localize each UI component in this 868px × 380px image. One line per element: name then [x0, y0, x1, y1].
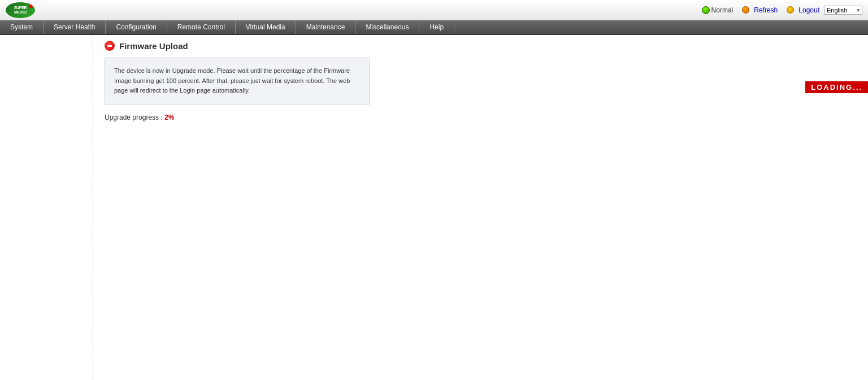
upgrade-progress-value: 2% — [164, 113, 174, 121]
supermicro-logo: SUPERMICRO — [6, 2, 35, 18]
loading-text: LOADING... — [811, 83, 862, 91]
nav-item-miscellaneous[interactable]: Miscellaneous — [355, 20, 419, 34]
upgrade-progress-label: Upgrade progress : — [105, 113, 164, 121]
status-indicator: Normal — [702, 6, 734, 14]
info-message: The device is now in Upgrade mode. Pleas… — [114, 66, 361, 96]
logo-area: SUPERMICRO — [6, 2, 35, 18]
main-wrapper: LOADING... Firmware Upload The device is… — [0, 35, 868, 380]
nav-item-configuration[interactable]: Configuration — [106, 20, 167, 34]
firmware-upload-icon — [105, 41, 115, 51]
header: SUPERMICRO Normal Refresh Logout English… — [0, 0, 868, 20]
language-select[interactable]: English Japanese Chinese — [824, 6, 862, 15]
refresh-link[interactable]: Refresh — [754, 6, 778, 14]
logout-link[interactable]: Logout — [798, 6, 819, 14]
info-box: The device is now in Upgrade mode. Pleas… — [105, 58, 370, 104]
sidebar — [0, 35, 93, 380]
language-selector-wrapper[interactable]: English Japanese Chinese — [824, 6, 862, 15]
nav-item-help[interactable]: Help — [419, 20, 454, 34]
nav-item-maintenance[interactable]: Maintenance — [296, 20, 356, 34]
refresh-icon — [742, 6, 749, 14]
nav-item-remote-control[interactable]: Remote Control — [167, 20, 236, 34]
status-label: Normal — [711, 6, 734, 14]
status-icon — [702, 6, 710, 14]
header-right: Normal Refresh Logout English Japanese C… — [702, 6, 862, 15]
content-area: Firmware Upload The device is now in Upg… — [93, 35, 868, 380]
upgrade-progress: Upgrade progress : 2% — [105, 113, 857, 121]
page-title: Firmware Upload — [119, 41, 188, 51]
logo-red-dot — [29, 4, 33, 8]
nav-item-virtual-media[interactable]: Virtual Media — [236, 20, 296, 34]
nav-item-server-health[interactable]: Server Health — [44, 20, 106, 34]
loading-banner: LOADING... — [805, 81, 868, 93]
page-title-row: Firmware Upload — [105, 41, 857, 51]
logout-icon — [787, 6, 794, 14]
nav-item-system[interactable]: System — [0, 20, 44, 34]
navbar: System Server Health Configuration Remot… — [0, 20, 868, 35]
